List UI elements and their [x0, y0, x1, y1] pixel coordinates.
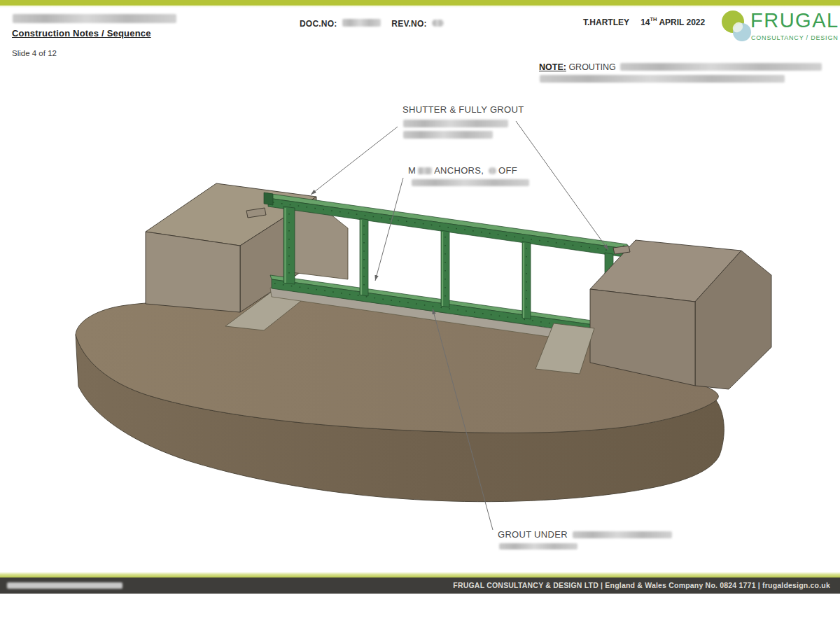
redacted-shutter-line1: [403, 120, 508, 127]
leader-shutter-left: [311, 127, 398, 195]
annotation-grout-under: GROUT UNDER: [498, 529, 674, 540]
leader-anchors: [375, 178, 403, 281]
top-rail-left-endplate: [264, 192, 273, 205]
redacted-grout-line2: [499, 543, 578, 550]
redacted-shutter-line2: [403, 131, 493, 139]
construction-3d-view: [0, 0, 840, 630]
redacted-anchor-qty: [489, 167, 496, 174]
redacted-anchor-size: [418, 167, 432, 174]
left-block-front-face: [146, 232, 240, 312]
annotation-shutter-grout: SHUTTER & FULLY GROUT: [402, 104, 524, 115]
redacted-anchors-line2: [412, 179, 529, 186]
redacted-grout-line1: [573, 531, 672, 538]
right-abutment-block: [590, 240, 771, 389]
annotation-anchors: MANCHORS, OFF: [408, 165, 517, 176]
